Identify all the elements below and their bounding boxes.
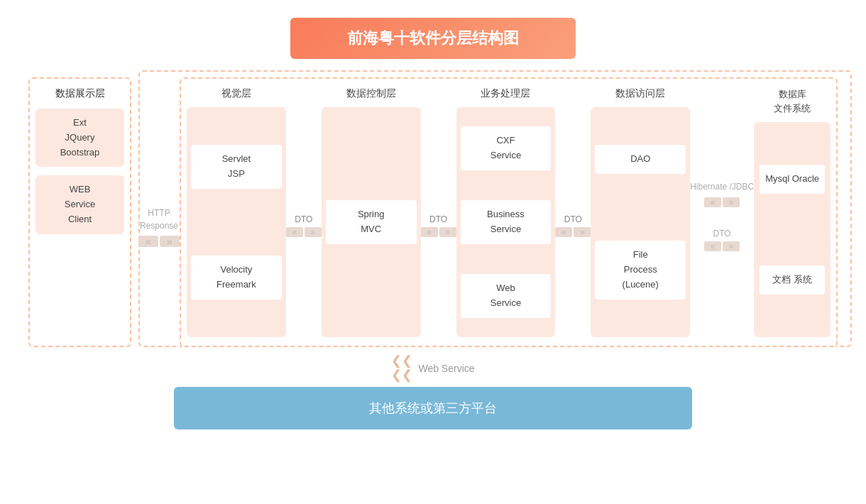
dto-right-arrows: « » — [704, 241, 740, 251]
dao-box: DAO — [595, 145, 686, 174]
third-party-box: 其他系统或第三方平台 — [174, 387, 692, 429]
ws-chevrons: ❮❮ ❮❮ — [391, 354, 412, 383]
hibernate-label: Hibernate /JDBC — [690, 180, 754, 193]
dto-label-2: DTO — [429, 214, 447, 224]
file-process-box: FileProcess(Lucene) — [595, 241, 686, 299]
business-layer: 业务处理层 CXFService BusinessService WebServ… — [456, 87, 556, 337]
data-access-layer-title: 数据访问层 — [615, 87, 665, 100]
visual-layer-title: 视觉层 — [221, 87, 251, 100]
doc-system-box: 文档 系统 — [760, 265, 825, 295]
dto-connector-2: DTO « » — [421, 87, 456, 337]
http-response-label: HTTPResponse — [140, 207, 178, 232]
dto-label-1: DTO — [295, 214, 312, 224]
left-panel: 数据展示层 Ext JQuery Bootstrap WEB Service C… — [28, 77, 131, 347]
visual-layer: 视觉层 ServletJSP VelocityFreemark — [187, 87, 286, 337]
dto-right-label: DTO — [713, 229, 731, 239]
ext-jquery-box: Ext JQuery Bootstrap — [35, 109, 124, 167]
servlet-jsp-box: ServletJSP — [191, 145, 282, 189]
business-service-box: BusinessService — [461, 200, 552, 244]
db-panel: 数据库文件系统 Mysql Oracle 文档 系统 — [754, 87, 831, 337]
http-arrows: « » — [138, 236, 180, 247]
http-response-connector: HTTPResponse « » — [138, 70, 180, 347]
mysql-oracle-box: Mysql Oracle — [760, 165, 825, 194]
bottom-section: ❮❮ ❮❮ Web Service 其他系统或第三方平台 — [14, 354, 852, 429]
data-access-layer: 数据访问层 DAO FileProcess(Lucene) — [591, 87, 690, 337]
dto-arrows-1: « » — [286, 227, 322, 237]
arrow-left: « — [138, 236, 158, 247]
ws-label: Web Service — [418, 363, 474, 374]
web-service-client-box: WEB Service Client — [35, 175, 124, 234]
cxf-service-box: CXFService — [461, 126, 552, 170]
hibernate-section: Hibernate /JDBC « » DTO « » — [690, 87, 754, 337]
left-panel-title: 数据展示层 — [55, 87, 105, 100]
inner-dashed-area: 视觉层 ServletJSP VelocityFreemark DTO « » … — [180, 77, 838, 347]
business-layer-title: 业务处理层 — [481, 87, 530, 100]
web-service-box: WebService — [461, 274, 552, 318]
visual-layer-body: ServletJSP VelocityFreemark — [187, 107, 286, 337]
velocity-freemark-box: VelocityFreemark — [191, 256, 282, 300]
db-panel-title: 数据库文件系统 — [774, 87, 811, 115]
data-access-layer-body: DAO FileProcess(Lucene) — [591, 107, 690, 337]
hibernate-arrows: « » — [704, 197, 740, 207]
ws-connector-row: ❮❮ ❮❮ Web Service — [391, 354, 474, 383]
main-title: 前海粤十软件分层结构图 — [290, 18, 576, 59]
dto-arrows-2: « » — [421, 227, 456, 237]
dto-connector-1: DTO « » — [286, 87, 322, 337]
db-panel-body: Mysql Oracle 文档 系统 — [754, 122, 831, 337]
control-layer-body: SpringMVC — [322, 107, 421, 337]
arrow-right: » — [160, 236, 180, 247]
business-layer-body: CXFService BusinessService WebService — [456, 107, 556, 337]
main-container: 前海粤十软件分层结构图 数据展示层 Ext JQuery Bootstrap W… — [14, 11, 852, 493]
spring-mvc-box: SpringMVC — [326, 200, 417, 244]
control-layer: 数据控制层 SpringMVC — [322, 87, 421, 337]
dto-arrows-3: « » — [555, 227, 591, 237]
control-layer-title: 数据控制层 — [346, 87, 396, 100]
dto-connector-3: DTO « » — [555, 87, 591, 337]
dto-label-3: DTO — [564, 214, 582, 224]
